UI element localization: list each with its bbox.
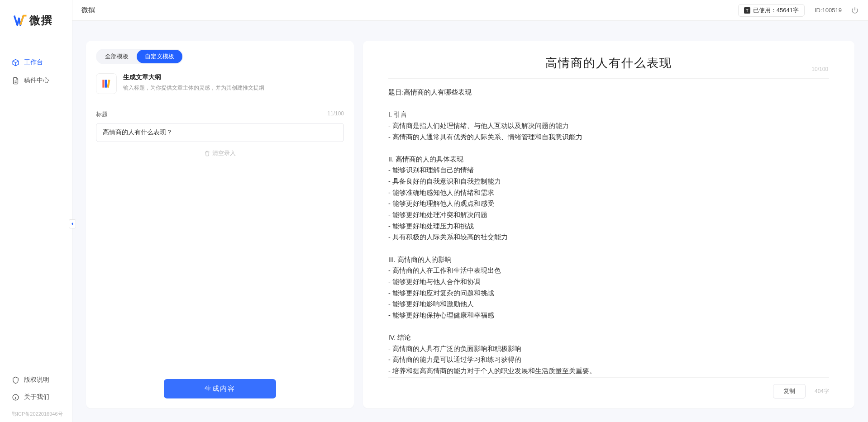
nav-drafts-label: 稿件中心 <box>24 76 49 85</box>
svg-rect-3 <box>107 80 110 88</box>
trash-icon <box>204 150 210 156</box>
icp-text: 鄂ICP备2022016946号 <box>0 408 72 422</box>
nav: 工作台 稿件中心 <box>0 54 72 89</box>
sidebar: 微撰 工作台 稿件中心 版权说明 关于我们 <box>0 0 72 422</box>
main: 全部模板 自定义模板 生成文章大纲 输入标题，为你提供文章主体的灵感，并为其创建… <box>72 21 868 422</box>
logo-icon <box>14 14 27 27</box>
chevron-left-icon <box>70 222 75 226</box>
nav-drafts[interactable]: 稿件中心 <box>0 72 72 89</box>
tab-all-templates[interactable]: 全部模板 <box>97 50 137 63</box>
template-tabs: 全部模板 自定义模板 <box>96 49 183 64</box>
user-id-label: ID:100519 <box>815 7 842 14</box>
output-title-counter: 10/100 <box>811 66 828 72</box>
bottom-nav: 版权说明 关于我们 <box>0 372 72 405</box>
usage-label: 已使用：45641字 <box>753 6 799 14</box>
word-count: 404字 <box>815 388 829 395</box>
title-char-counter: 11/100 <box>327 110 344 119</box>
page-title: 微撰 <box>81 6 95 14</box>
cube-icon <box>12 59 19 66</box>
output-footer: 复制 404字 <box>388 377 829 398</box>
nav-copyright[interactable]: 版权说明 <box>0 372 72 388</box>
usage-pill[interactable]: T 已使用：45641字 <box>738 4 805 17</box>
logo-text: 微撰 <box>29 13 53 28</box>
svg-rect-1 <box>102 80 104 87</box>
nav-workbench-label: 工作台 <box>24 58 43 66</box>
copy-button[interactable]: 复制 <box>773 384 806 398</box>
tab-custom-templates[interactable]: 自定义模板 <box>137 50 182 63</box>
nav-about[interactable]: 关于我们 <box>0 389 72 405</box>
power-icon[interactable] <box>851 6 859 14</box>
document-icon <box>12 77 19 85</box>
clear-input-label: 清空录入 <box>212 149 236 157</box>
nav-copyright-label: 版权说明 <box>24 376 49 384</box>
output-body[interactable]: 题目:高情商的人有哪些表现 I. 引言 - 高情商是指人们处理情绪、与他人互动以… <box>388 87 829 377</box>
books-icon <box>96 73 117 94</box>
template-card: 生成文章大纲 输入标题，为你提供文章主体的灵感，并为其创建推文提纲 <box>96 73 344 94</box>
nav-workbench[interactable]: 工作台 <box>0 54 72 71</box>
title-field-label-row: 标题 11/100 <box>96 110 344 119</box>
title-field-label: 标题 <box>96 110 108 119</box>
template-title: 生成文章大纲 <box>123 73 264 81</box>
clear-input-button[interactable]: 清空录入 <box>96 149 344 157</box>
title-input[interactable] <box>96 123 344 142</box>
sidebar-collapse-handle[interactable] <box>69 219 76 228</box>
logo[interactable]: 微撰 <box>0 0 72 41</box>
svg-rect-2 <box>105 80 107 87</box>
shield-icon <box>12 376 19 384</box>
generate-button[interactable]: 生成内容 <box>164 379 276 398</box>
info-icon <box>12 394 19 401</box>
input-panel: 全部模板 自定义模板 生成文章大纲 输入标题，为你提供文章主体的灵感，并为其创建… <box>86 41 354 408</box>
output-title: 高情商的人有什么表现 <box>388 55 829 79</box>
nav-about-label: 关于我们 <box>24 393 49 401</box>
top-header: 微撰 T 已使用：45641字 ID:100519 <box>72 0 868 21</box>
usage-icon: T <box>744 7 750 14</box>
output-panel: 高情商的人有什么表现 10/100 题目:高情商的人有哪些表现 I. 引言 - … <box>363 41 854 408</box>
template-desc: 输入标题，为你提供文章主体的灵感，并为其创建推文提纲 <box>123 84 264 92</box>
